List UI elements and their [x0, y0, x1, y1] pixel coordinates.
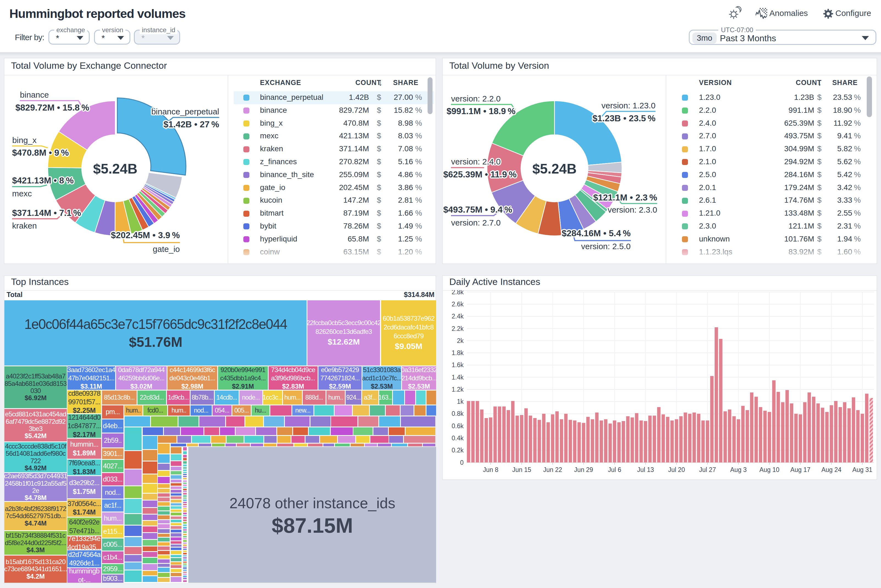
- svg-text:Jul 13: Jul 13: [637, 466, 654, 473]
- svg-text:0.2k: 0.2k: [452, 447, 464, 454]
- svg-text:2.6k: 2.6k: [452, 301, 464, 308]
- svg-text:Aug 31: Aug 31: [853, 466, 872, 473]
- svg-text:0.4k: 0.4k: [452, 435, 464, 442]
- svg-text:Jul 20: Jul 20: [668, 466, 685, 473]
- svg-text:Jun 29: Jun 29: [574, 466, 593, 473]
- svg-text:2.2k: 2.2k: [452, 325, 464, 332]
- svg-text:Jun 22: Jun 22: [543, 466, 562, 473]
- svg-text:2.8k: 2.8k: [452, 290, 464, 296]
- svg-text:Aug 3: Aug 3: [730, 466, 747, 473]
- svg-text:1.2k: 1.2k: [452, 386, 464, 393]
- svg-text:0: 0: [460, 459, 464, 466]
- svg-text:1.6k: 1.6k: [452, 362, 464, 369]
- svg-text:0.6k: 0.6k: [452, 422, 464, 430]
- svg-text:0.8k: 0.8k: [452, 410, 464, 417]
- svg-text:Aug 10: Aug 10: [760, 466, 779, 473]
- svg-text:2.4k: 2.4k: [452, 313, 464, 320]
- svg-text:Aug 17: Aug 17: [790, 466, 811, 473]
- svg-text:Aug 24: Aug 24: [821, 466, 841, 473]
- svg-text:Jul 6: Jul 6: [608, 466, 622, 473]
- svg-text:Jun 15: Jun 15: [512, 466, 531, 473]
- svg-text:1k: 1k: [457, 398, 464, 405]
- svg-text:1.8k: 1.8k: [452, 349, 464, 356]
- svg-text:1.4k: 1.4k: [452, 374, 464, 381]
- svg-text:Jun 8: Jun 8: [483, 466, 498, 473]
- svg-text:2k: 2k: [457, 337, 464, 344]
- svg-text:Jul 27: Jul 27: [699, 466, 716, 473]
